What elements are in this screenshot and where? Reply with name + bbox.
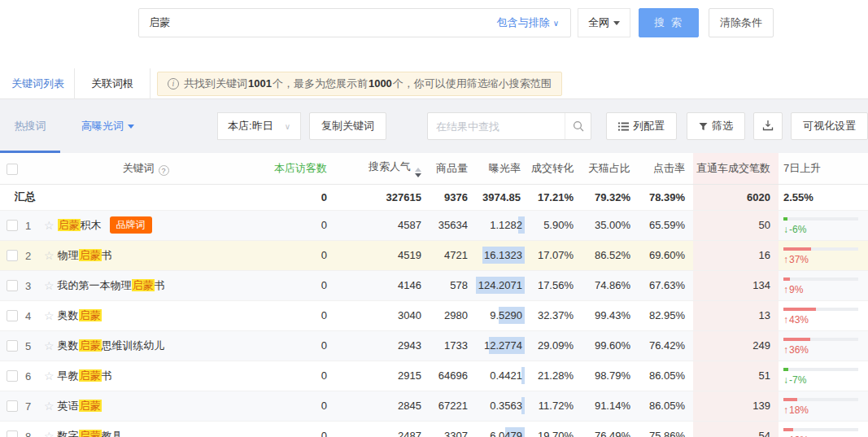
header-seven-day-trend[interactable]: 7日上升	[779, 153, 868, 184]
exposure-wrap: 0.3563	[490, 400, 522, 412]
row-checkbox[interactable]	[7, 310, 18, 321]
clear-conditions-button[interactable]: 清除条件	[709, 8, 774, 37]
row-select-cell: 8	[0, 421, 39, 437]
keyword-highlight: 启蒙	[79, 309, 102, 321]
seven-day-trend-cell: ↓-6%	[779, 210, 868, 240]
product-count-cell: 3307	[430, 421, 476, 437]
info-icon: i	[168, 78, 179, 90]
keyword-highlight: 启蒙	[79, 369, 102, 382]
select-all-checkbox[interactable]	[7, 164, 18, 175]
keyword-query-input[interactable]	[139, 10, 497, 36]
toolbar-right-cluster: 本店:昨日 ∨ 复制关键词 列配置 筛选	[217, 112, 868, 140]
summary-conversion: 17.21%	[529, 184, 582, 210]
list-icon	[618, 122, 629, 131]
product-count-cell: 2980	[430, 300, 476, 330]
shop-visitors-cell: 0	[252, 330, 335, 361]
star-icon[interactable]: ☆	[44, 339, 55, 352]
row-checkbox[interactable]	[7, 430, 18, 437]
copy-keywords-button[interactable]: 复制关键词	[309, 112, 386, 140]
result-search-input[interactable]	[428, 113, 565, 139]
sort-icon[interactable]	[415, 168, 421, 177]
row-checkbox[interactable]	[7, 280, 18, 291]
search-icon[interactable]	[565, 113, 591, 139]
header-conversion[interactable]: 成交转化	[529, 153, 582, 184]
product-count-cell: 578	[430, 270, 476, 300]
include-exclude-label: 包含与排除	[497, 16, 550, 28]
search-button[interactable]: 搜 索	[639, 8, 699, 37]
table-toolbar: 热搜词 高曝光词 本店:昨日 ∨ 复制关键词	[0, 99, 868, 153]
exposure-rate-cell: 6.0479	[476, 421, 529, 437]
store-date-select[interactable]: 本店:昨日 ∨	[217, 112, 301, 140]
keyword-text: 启蒙积木	[58, 219, 102, 231]
download-button[interactable]	[753, 112, 783, 140]
ztc-orders-cell: 249	[693, 330, 779, 361]
tmall-share-cell: 74.86%	[582, 270, 639, 300]
star-icon[interactable]: ☆	[44, 279, 55, 292]
row-checkbox[interactable]	[7, 250, 18, 261]
header-product-count[interactable]: 商品量	[430, 153, 476, 184]
trend-bar-track	[783, 277, 858, 281]
notice-text: 个，最多为您展示前	[273, 76, 368, 91]
star-icon[interactable]: ☆	[44, 430, 55, 437]
scope-select[interactable]: 全网	[578, 8, 630, 37]
header-exposure-rate[interactable]: 曝光率	[476, 153, 529, 184]
tmall-share-cell: 76.49%	[582, 421, 639, 437]
filter-button[interactable]: 筛选	[687, 112, 745, 140]
high-exposure-dropdown[interactable]: 高曝光词	[81, 119, 134, 133]
click-rate-cell: 65.59%	[639, 210, 693, 240]
column-config-button[interactable]: 列配置	[606, 112, 677, 140]
scope-label: 全网	[588, 15, 609, 30]
seven-day-trend-cell: ↑37%	[779, 240, 868, 270]
tab-hot-search-words[interactable]: 热搜词	[0, 99, 60, 153]
tab-keyword-list[interactable]: 关键词列表	[2, 68, 74, 99]
notice-max: 1000	[369, 77, 392, 90]
header-shop-visitors[interactable]: 本店访客数	[252, 153, 335, 184]
exposure-wrap: 12.2774	[484, 339, 522, 352]
trend-value: ↑9%	[783, 284, 868, 295]
notice-text: 个，你可以使用筛选缩小搜索范围	[393, 76, 552, 91]
table-row: 2☆物理启蒙书04519472116.132317.07%86.52%69.60…	[0, 240, 868, 270]
row-checkbox[interactable]	[7, 340, 18, 352]
summary-seven-day-trend: 2.55%	[779, 184, 868, 210]
keyword-text: 我的第一本物理启蒙书	[58, 279, 165, 291]
help-icon[interactable]: ?	[159, 165, 169, 176]
star-icon[interactable]: ☆	[44, 249, 55, 262]
click-rate-cell: 67.63%	[639, 270, 693, 300]
row-checkbox[interactable]	[7, 370, 18, 382]
trend-bar-fill	[783, 277, 790, 281]
click-rate-cell: 75.86%	[639, 421, 693, 437]
keyword-text: 数字启蒙教具	[58, 430, 123, 437]
star-icon[interactable]: ☆	[44, 369, 55, 382]
exposure-value: 124.2071	[478, 279, 522, 291]
caret-down-icon	[613, 21, 620, 25]
row-checkbox[interactable]	[7, 220, 18, 231]
header-search-popularity[interactable]: 搜索人气	[335, 153, 430, 184]
star-icon[interactable]: ☆	[44, 400, 55, 413]
header-keyword-label: 关键词	[123, 162, 155, 174]
exposure-wrap: 0.4421	[490, 369, 522, 382]
tmall-share-cell: 35.00%	[582, 210, 639, 240]
active-tab-underline	[0, 151, 60, 153]
header-click-rate[interactable]: 点击率	[639, 153, 693, 184]
include-exclude-toggle[interactable]: 包含与排除∨	[497, 15, 570, 30]
table-row: 3☆我的第一本物理启蒙书04146578124.207117.56%74.86%…	[0, 270, 868, 300]
product-count-cell: 4721	[430, 240, 476, 270]
visualization-settings-button[interactable]: 可视化设置	[791, 112, 868, 140]
header-ztc-orders[interactable]: 直通车成交笔数	[693, 153, 779, 184]
tab-related-roots[interactable]: 关联词根	[74, 68, 150, 99]
star-icon[interactable]: ☆	[44, 309, 55, 322]
arrow-up-icon: ↑	[783, 435, 788, 437]
trend-value: ↑43%	[783, 314, 868, 326]
conversion-cell: 5.90%	[529, 210, 582, 240]
conversion-cell: 17.56%	[529, 270, 582, 300]
star-icon[interactable]: ☆	[44, 219, 55, 232]
keyword-highlight: 启蒙	[79, 339, 102, 352]
shop-visitors-cell: 0	[252, 421, 335, 437]
conversion-cell: 11.72%	[529, 391, 582, 421]
conversion-cell: 32.37%	[529, 300, 582, 330]
header-tmall-share[interactable]: 天猫占比	[582, 153, 639, 184]
row-checkbox[interactable]	[7, 400, 18, 412]
table-row: 4☆奥数启蒙0304029809.529032.37%99.43%82.95%1…	[0, 300, 868, 330]
shop-visitors-cell: 0	[252, 270, 335, 300]
trend-bar-track	[783, 368, 858, 371]
